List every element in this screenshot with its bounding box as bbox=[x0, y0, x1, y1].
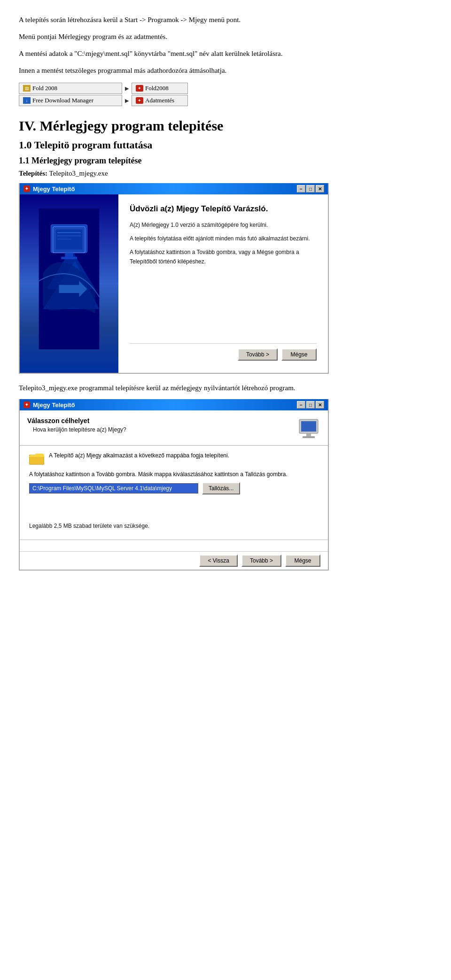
dialog2-header-subtitle: Hova kerüljön telepítésre a(z) Mjegy? bbox=[33, 426, 320, 433]
dialog2-free-space: Legalább 2,5 MB szabad területe van szük… bbox=[29, 523, 319, 529]
dialog1-title: Üdvözli a(z) Mjegy Telepítő Varázsló. bbox=[130, 204, 317, 214]
dialog2-body: Válasszon célhelyet Hova kerüljön telepí… bbox=[20, 410, 328, 570]
dialog2-button-bar: < Vissza Tovább > Mégse bbox=[20, 551, 328, 570]
dialog1-button-bar: Tovább > Mégse bbox=[130, 343, 317, 363]
dialog2-maximize-btn[interactable]: □ bbox=[306, 401, 315, 409]
intro-line3: A mentési adatok a "C:\mjegy\ment.sql" k… bbox=[19, 48, 432, 59]
dialog2-folder-text: A Telepítő a(z) Mjegy alkalmazást a köve… bbox=[49, 452, 229, 459]
fdm-icon: ↓ bbox=[23, 97, 31, 104]
menu-right-adatmentes-label: Adatmentés bbox=[145, 97, 174, 104]
folder-icon bbox=[29, 452, 44, 465]
dialog2-titlebar: ✦ Mjegy Telepítő − □ ✕ bbox=[20, 399, 328, 410]
dialog1-titlebar-text: Mjegy Telepítő bbox=[33, 185, 75, 193]
installer-dialog-2: ✦ Mjegy Telepítő − □ ✕ Válasszon célhely… bbox=[19, 399, 329, 571]
dialog2-close-btn[interactable]: ✕ bbox=[316, 401, 324, 409]
install-label: Telepítés: Telepito3_mjegy.exe bbox=[19, 170, 432, 177]
dialog1-right-content: Üdvözli a(z) Mjegy Telepítő Varázsló. A(… bbox=[130, 204, 317, 271]
menu-right-fold2008: ✦ Fold2008 bbox=[132, 83, 188, 94]
install-label-text: Telepítés: bbox=[19, 170, 47, 177]
dialog2-minimize-btn[interactable]: − bbox=[297, 401, 305, 409]
installer-dialog-1: ✦ Mjegy Telepítő − □ ✕ bbox=[19, 183, 329, 374]
dialog1-close-btn[interactable]: ✕ bbox=[316, 185, 324, 193]
menu-left-fdm: ↓ Free Download Manager bbox=[19, 95, 122, 106]
intro-line2: Menü pontjai Mérlegjegy program és az ad… bbox=[19, 31, 432, 42]
menu-left-fold2008-label: Fold 2008 bbox=[32, 85, 57, 92]
dialog2-path-input[interactable] bbox=[29, 483, 198, 494]
dialog2-header-bar: Válasszon célhelyet Hova kerüljön telepí… bbox=[20, 410, 328, 446]
dialog2-titlebar-text: Mjegy Telepítő bbox=[33, 401, 75, 409]
dialog1-text-1: A(z) Mérlegjegy 1.0 verzió a számítógépé… bbox=[130, 221, 317, 230]
dialog2-inner-content: A Telepítő a(z) Mjegy alkalmazást a köve… bbox=[20, 446, 328, 536]
dialog1-minimize-btn[interactable]: − bbox=[297, 185, 305, 193]
adatmentes-icon: ✦ bbox=[136, 97, 143, 104]
dialog1-cancel-btn[interactable]: Mégse bbox=[281, 348, 317, 361]
intro-line4: Innen a mentést tetszöleges programmal m… bbox=[19, 65, 432, 76]
dialog1-text-2: A telepítés folytatása előtt ajánlott mi… bbox=[130, 234, 317, 243]
dialog2-header-icon bbox=[297, 417, 320, 440]
menu-right-fold2008-label: Fold2008 bbox=[145, 85, 169, 92]
dialog1-titlebar-left: ✦ Mjegy Telepítő bbox=[23, 185, 75, 193]
dialog2-path-text: A folytatáshoz kattintson a Tovább gombr… bbox=[29, 471, 319, 478]
dialog1-next-btn[interactable]: Tovább > bbox=[238, 348, 278, 361]
svg-rect-12 bbox=[61, 257, 77, 259]
dialog2-separator bbox=[20, 540, 328, 540]
dialog2-path-row: Tallózás... bbox=[29, 482, 319, 494]
svg-rect-14 bbox=[301, 421, 316, 432]
dialog1-maximize-btn[interactable]: □ bbox=[306, 185, 315, 193]
dialog2-titlebar-icon: ✦ bbox=[23, 401, 30, 408]
section-heading: IV. Mérlegjegy program telepitése bbox=[19, 117, 432, 134]
installer-graphic bbox=[34, 208, 104, 349]
dialog2-next-btn[interactable]: Tovább > bbox=[241, 555, 281, 567]
menu-left-fdm-label: Free Download Manager bbox=[32, 97, 93, 104]
sub-heading-2: 1.1 Mérlegjegy program telepítése bbox=[19, 156, 432, 166]
dialog2-browse-btn[interactable]: Tallózás... bbox=[202, 482, 240, 494]
fold2008-icon: ▤ bbox=[23, 85, 31, 92]
sub-heading-1: 1.0 Telepitö program futtatása bbox=[19, 139, 432, 151]
svg-rect-11 bbox=[65, 253, 73, 257]
dialog1-left-panel bbox=[20, 194, 118, 373]
dialog2-folder-row: A Telepítő a(z) Mjegy alkalmazást a köve… bbox=[29, 452, 319, 465]
dialog1-titlebar-buttons[interactable]: − □ ✕ bbox=[297, 185, 324, 193]
dialog2-back-btn[interactable]: < Vissza bbox=[199, 555, 237, 567]
fold2008-right-icon: ✦ bbox=[136, 85, 143, 92]
svg-rect-16 bbox=[303, 436, 315, 438]
dialog1-titlebar-icon: ✦ bbox=[23, 185, 30, 192]
dialog2-cancel-btn[interactable]: Mégse bbox=[285, 555, 320, 567]
dialog2-titlebar-buttons[interactable]: − □ ✕ bbox=[297, 401, 324, 409]
menu-row-2: ↓ Free Download Manager ▶ ✦ Adatmentés bbox=[19, 95, 432, 106]
dialog1-body: Üdvözli a(z) Mjegy Telepítő Varázsló. A(… bbox=[20, 194, 328, 373]
dialog1-text-3: A folytatáshoz kattintson a Tovább gombr… bbox=[130, 248, 317, 266]
menu-table: ▤ Fold 2008 ▶ ✦ Fold2008 ↓ Free Download… bbox=[19, 83, 432, 106]
install-file-name: Telepito3_mjegy.exe bbox=[49, 170, 108, 177]
menu-left-fold2008: ▤ Fold 2008 bbox=[19, 83, 122, 94]
dialog1-titlebar: ✦ Mjegy Telepítő − □ ✕ bbox=[20, 183, 328, 194]
desc-text: Telepito3_mjegy.exe programmal telepítés… bbox=[19, 382, 432, 394]
menu-row-1: ▤ Fold 2008 ▶ ✦ Fold2008 bbox=[19, 83, 432, 94]
dialog2-titlebar-left: ✦ Mjegy Telepítő bbox=[23, 401, 75, 409]
intro-line1: A telepítés során létrehozásra kerül a S… bbox=[19, 14, 432, 25]
svg-rect-15 bbox=[306, 433, 311, 436]
menu-arrow-1: ▶ bbox=[125, 85, 129, 92]
dialog2-header-title: Válasszon célhelyet bbox=[27, 417, 320, 424]
menu-right-adatmentes: ✦ Adatmentés bbox=[132, 95, 188, 106]
dialog1-right-panel: Üdvözli a(z) Mjegy Telepítő Varázsló. A(… bbox=[118, 194, 328, 373]
menu-arrow-2: ▶ bbox=[125, 98, 129, 104]
